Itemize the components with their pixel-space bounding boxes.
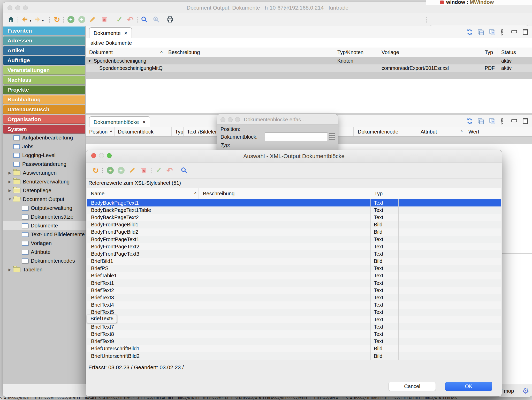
cancel-button[interactable]: Cancel — [389, 382, 436, 391]
column-header-typ[interactable]: Typ — [481, 48, 498, 57]
tree-item[interactable]: Attribute — [3, 248, 86, 256]
selection-list-row[interactable]: BriefText2 Text — [87, 287, 501, 294]
selection-list-row[interactable]: BriefText4 Text — [87, 301, 501, 309]
edit-button[interactable] — [89, 15, 96, 24]
delete-button[interactable] — [140, 166, 148, 174]
sidebar-module-button[interactable]: Buchhaltung — [3, 95, 85, 104]
selection-list-row[interactable]: BriefTable1 Text — [87, 272, 501, 279]
sidebar-module-button[interactable]: System — [3, 125, 85, 134]
dokumente-table-row[interactable] — [86, 72, 532, 79]
search-button[interactable] — [140, 15, 148, 24]
tab-dokumente[interactable]: Dokumente × — [89, 27, 132, 39]
selection-list-row[interactable]: BriefText6 Text — [87, 316, 501, 323]
collapse-all-icon[interactable] — [477, 29, 484, 36]
expand-all-icon[interactable] — [489, 29, 496, 36]
column-header-status[interactable]: Status — [498, 48, 531, 57]
selection-list-row[interactable]: BodyFrontPageBild2 Bild — [87, 228, 501, 236]
disclosure-icon[interactable]: ▼ — [6, 197, 13, 201]
sidebar-module-button[interactable]: Adressen — [3, 36, 85, 45]
dokumente-table-row[interactable]: ▼Spendenbescheinigung Knoten aktiv — [86, 57, 532, 64]
add-button[interactable]: + — [106, 166, 114, 174]
tree-item[interactable]: ▶ Auswertungen — [3, 168, 86, 177]
selection-list-row[interactable]: BriefText3 Text — [87, 294, 501, 301]
tree-item[interactable]: Vorlagen — [3, 239, 86, 248]
selection-list-row[interactable]: BriefText5 Text — [87, 309, 501, 316]
sidebar-module-button[interactable]: Favoriten — [3, 26, 85, 35]
selection-list-row[interactable]: BodyFrontPageText3 Text — [87, 250, 501, 257]
settings-gear-icon[interactable]: ⚙ — [522, 387, 529, 395]
lookup-grid-button[interactable] — [329, 133, 336, 140]
selection-list-row[interactable]: BriefText9 Text — [87, 338, 501, 345]
tree-item[interactable]: Passwortänderung — [3, 160, 86, 168]
column-header-beschreibung[interactable]: Beschreibung — [165, 48, 334, 57]
column-header-beschreibung[interactable]: Beschreibung — [199, 188, 370, 199]
sidebar-module-button[interactable]: Artikel — [3, 46, 85, 55]
sidebar-module-button[interactable]: Organisation — [3, 115, 85, 124]
maximize-panel-icon[interactable] — [522, 118, 529, 124]
close-window-button[interactable] — [221, 117, 225, 122]
column-header-attribut[interactable]: Attribut ^ — [417, 127, 465, 136]
tree-item[interactable]: ▶ Benutzerverwaltung — [3, 177, 86, 186]
minimize-window-button[interactable] — [228, 117, 233, 122]
add-copy-button[interactable]: + — [117, 166, 125, 174]
add-copy-button[interactable]: + — [78, 15, 86, 24]
print-button[interactable] — [166, 15, 174, 24]
column-header-wert[interactable]: Wert — [465, 127, 532, 136]
selection-list-row[interactable]: BodyBackPageText2 Text — [87, 214, 501, 221]
back-dropdown-icon[interactable]: ▼ — [29, 19, 32, 22]
column-header-vorlage[interactable]: Vorlage — [378, 48, 481, 57]
column-header-dokumentblock[interactable]: Dokumentblock — [115, 127, 172, 136]
dokumente-table-row[interactable]: SpendenbescheinigungMitQ common/adrExpor… — [86, 64, 532, 72]
collapse-all-icon[interactable] — [477, 118, 484, 125]
tree-item[interactable]: ▼ Document Output — [3, 195, 86, 204]
disclosure-icon[interactable]: ▶ — [6, 188, 13, 192]
tree-item[interactable]: Logging-Level — [3, 151, 86, 160]
tree-item[interactable]: Text- und Bildelemente — [3, 230, 86, 239]
home-button[interactable] — [7, 15, 15, 24]
edit-button[interactable] — [128, 166, 136, 174]
zoom-window-button[interactable] — [235, 117, 240, 122]
refresh-button[interactable]: ↻ — [53, 15, 61, 24]
forward-button[interactable] — [33, 15, 41, 24]
tree-item[interactable]: Dokumentencodes — [3, 256, 86, 265]
selection-list-row[interactable]: BodyBackPageText1Table Text — [87, 206, 501, 214]
selection-list-row[interactable]: BodyFrontPageText1 Text — [87, 236, 501, 243]
selection-list-row[interactable]: BriefPS Text — [87, 265, 501, 272]
confirm-button[interactable]: ✓ — [116, 15, 123, 24]
selection-list-row[interactable]: BodyFrontPageBild1 Bild — [87, 221, 501, 228]
selection-list-row[interactable]: BriefText7 Text — [87, 323, 501, 330]
selection-list-row[interactable]: BriefUnterschriftBild2 Bild — [87, 352, 501, 360]
selection-list-row[interactable]: BriefText1 Text — [87, 279, 501, 287]
minimize-panel-icon[interactable] — [511, 118, 518, 124]
ok-button[interactable]: OK — [445, 382, 492, 391]
maximize-panel-icon[interactable] — [522, 29, 529, 35]
column-header-dokument[interactable]: Dokument ^ — [86, 48, 165, 57]
column-header-typ-knoten[interactable]: Typ/Knoten — [334, 48, 378, 57]
disclosure-icon[interactable]: ▶ — [6, 268, 13, 272]
tree-item[interactable]: ▶ Tabellen — [3, 265, 86, 274]
tab-close-icon[interactable]: × — [124, 31, 127, 36]
selection-list-row[interactable]: BodyFrontPageText2 Text — [87, 243, 501, 250]
tab-dokumentenbloecke[interactable]: Dokumentenblöcke × — [89, 116, 150, 128]
row-disclosure-icon[interactable]: ▼ — [88, 59, 94, 63]
selection-list-row[interactable]: BriefBild1 Bild — [87, 258, 501, 265]
tree-item[interactable]: Outputverwaltung — [3, 204, 86, 212]
disclosure-icon[interactable]: ▶ — [6, 171, 13, 175]
sidebar-module-button[interactable]: Aufträge — [3, 56, 85, 65]
more-options-icon[interactable] — [500, 117, 503, 125]
sync-icon[interactable] — [466, 29, 473, 35]
expand-all-icon[interactable] — [489, 118, 496, 125]
add-button[interactable]: + — [67, 15, 75, 24]
sync-icon[interactable] — [466, 118, 473, 124]
undo-button[interactable]: ↶ — [166, 166, 173, 174]
sidebar-module-button[interactable]: Nachlass — [3, 76, 85, 84]
confirm-button[interactable]: ✓ — [155, 166, 163, 174]
back-button[interactable] — [21, 15, 29, 24]
selection-list-row[interactable]: BriefText8 Text — [87, 330, 501, 338]
forward-dropdown-icon[interactable]: ▼ — [42, 19, 44, 22]
disclosure-icon[interactable]: ▶ — [6, 180, 13, 184]
delete-button[interactable] — [101, 15, 108, 24]
column-header-typ[interactable]: Typ — [172, 127, 184, 136]
column-header-position[interactable]: Position ^ — [86, 127, 115, 136]
selection-list-row[interactable]: BodyBackPageText1 Text — [87, 199, 501, 206]
